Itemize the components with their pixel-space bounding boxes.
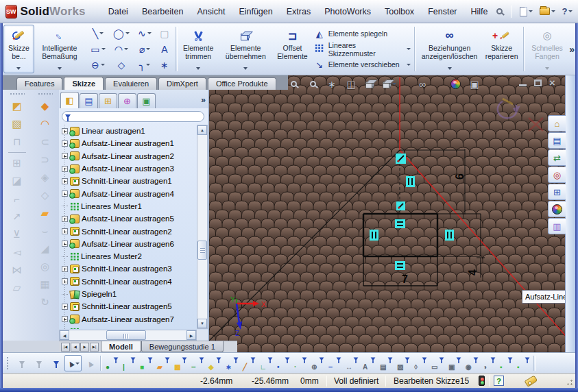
filter-faces[interactable]: ■: [138, 355, 155, 371]
dome-button[interactable]: ⊓: [8, 133, 26, 151]
relation-tag-equal[interactable]: [395, 261, 405, 270]
plane-button[interactable]: ▰: [36, 204, 54, 222]
tree-item-aufsatz-linear-austragen5[interactable]: Aufsatz-Linear austragen5: [60, 212, 196, 225]
fillet-tool[interactable]: ╮: [133, 57, 156, 73]
minimize-button[interactable]: [519, 79, 527, 86]
solidworks-resources-tab[interactable]: ⌂: [548, 115, 566, 132]
tab-bewegungsstudie-1[interactable]: Bewegungsstudie 1: [141, 341, 224, 352]
view-palette-tab[interactable]: ⊞: [548, 184, 566, 200]
circle-tool[interactable]: ◯: [110, 25, 133, 41]
expand-icon[interactable]: [62, 140, 68, 147]
filter-sketch-points[interactable]: •: [275, 355, 292, 371]
menu-fenster[interactable]: Fenster: [422, 5, 463, 19]
expand-icon[interactable]: [62, 166, 68, 172]
new-document-button[interactable]: [518, 5, 535, 18]
help-button[interactable]: ?: [560, 5, 575, 18]
convert-entities-button[interactable]: Elementeübernehmen: [217, 25, 274, 73]
shell-button[interactable]: ◪: [8, 172, 26, 190]
surface-cube-button[interactable]: ▧: [8, 115, 26, 133]
tree-item-spiegeln1[interactable]: Spiegeln1: [60, 288, 196, 300]
hide-show-items-button[interactable]: ∞: [415, 77, 430, 90]
tree-item-aufsatz-linear-austragen2[interactable]: Aufsatz-Linear austragen2: [60, 150, 196, 162]
scroll-right-button[interactable]: ▶: [186, 330, 196, 340]
menu-hilfe[interactable]: Hilfe: [465, 5, 494, 19]
toolbar-grip[interactable]: [38, 93, 53, 95]
filter-edges[interactable]: |: [121, 355, 138, 371]
chevron-down-icon[interactable]: [147, 32, 152, 34]
search-button[interactable]: [494, 7, 505, 16]
relation-tag-vertical[interactable]: [445, 230, 454, 241]
tree-item-aufsatz-linear-austragen7[interactable]: Aufsatz-Linear austragen7: [60, 313, 196, 325]
text-tool[interactable]: A: [156, 41, 173, 57]
tab-features[interactable]: Features: [16, 77, 62, 90]
rectangle-tool[interactable]: ▭: [86, 41, 110, 57]
tab-nav-button[interactable]: ◀: [71, 343, 80, 352]
draft-button[interactable]: ↗: [8, 208, 26, 225]
sketch-flyout-button[interactable]: ◩: [8, 97, 26, 115]
tree-item-aufsatz-linear-austragen4[interactable]: Aufsatz-Linear austragen4: [60, 187, 196, 199]
displaymanager-tab[interactable]: ▣: [137, 93, 156, 108]
custom-properties-tab[interactable]: ▥: [548, 218, 566, 234]
menu-extras[interactable]: Extras: [280, 5, 317, 19]
filter-planes[interactable]: ◆: [206, 355, 224, 371]
expand-icon[interactable]: [62, 191, 68, 197]
display-delete-relations-button[interactable]: ∞ Beziehungenanzeigen/löschen: [418, 25, 482, 73]
tree-item-aufsatz-linear-austragen3[interactable]: Aufsatz-Linear austragen3: [60, 162, 196, 175]
section-view-button[interactable]: ◫: [344, 77, 359, 90]
open-document-button[interactable]: [538, 6, 557, 16]
expand-icon[interactable]: [62, 178, 68, 184]
filter-notes[interactable]: ▤: [378, 355, 395, 371]
split-button[interactable]: ▱: [8, 279, 26, 297]
expand-icon[interactable]: [62, 316, 68, 322]
relation-tag-merge[interactable]: [396, 201, 405, 210]
panel-overflow-button[interactable]: »: [201, 95, 206, 105]
tab-skizze[interactable]: Skizze: [64, 77, 104, 90]
relation-tag-vertical[interactable]: [370, 230, 378, 241]
ellipse-tool[interactable]: ⌀: [133, 41, 156, 57]
dimxpertmanager-tab[interactable]: ⊕: [118, 93, 136, 108]
point-tool[interactable]: ∗: [156, 57, 173, 73]
filter-dowel-symbols[interactable]: ◉: [463, 355, 481, 371]
menu-datei[interactable]: Datei: [102, 5, 134, 19]
tree-item-lineares-muster1[interactable]: Lineares Muster1: [60, 200, 196, 212]
tree-item-lineares-muster3[interactable]: Lineares Muster3: [60, 326, 196, 329]
chevron-down-icon[interactable]: [99, 32, 104, 34]
filter-midpoints[interactable]: ·: [292, 355, 309, 371]
tab-evaluieren[interactable]: Evaluieren: [105, 77, 157, 90]
chevron-down-icon[interactable]: [551, 10, 555, 12]
chevron-down-icon[interactable]: [529, 10, 533, 12]
chevron-down-icon[interactable]: [101, 64, 105, 66]
solidworks-search-tab[interactable]: ◎: [548, 167, 566, 183]
filter-hatches[interactable]: ▨: [395, 355, 412, 371]
tree-item-linear-austragen1[interactable]: Linear austragen1: [60, 125, 196, 137]
apply-scene-button[interactable]: ▣: [467, 77, 482, 90]
scroll-down-button[interactable]: ▼: [197, 319, 207, 328]
tag-icon[interactable]: [525, 375, 538, 387]
pattern-feature-button[interactable]: ▦: [36, 275, 54, 293]
clear-all-filters-button[interactable]: [30, 355, 47, 371]
magnified-selection-button[interactable]: ∗: [324, 77, 339, 90]
appearances-button[interactable]: [448, 77, 463, 90]
linear-sketch-pattern-button[interactable]: Lineares Skizzenmuster: [314, 41, 413, 58]
filter-axes[interactable]: ╌: [189, 355, 206, 371]
toolbar-grip[interactable]: [6, 356, 9, 370]
menu-ansicht[interactable]: Ansicht: [191, 5, 231, 19]
tree-filter-input[interactable]: [62, 111, 204, 122]
appearances-tab[interactable]: [548, 201, 566, 217]
sketch-rectangle-lower[interactable]: [363, 256, 437, 286]
tree-item-schnitt-linear-austragen4[interactable]: Schnitt-Linear austragen4: [60, 275, 196, 288]
dimension-text-height[interactable]: 6: [454, 173, 466, 180]
boundary-boss-button[interactable]: ⊂: [36, 133, 54, 151]
chevron-down-icon[interactable]: [125, 32, 130, 34]
toolbar-grip[interactable]: [10, 93, 25, 95]
expand-icon[interactable]: [62, 241, 68, 247]
trim-entities-button[interactable]: Elementetrimmen: [179, 25, 218, 73]
scroll-up-button[interactable]: ▲: [197, 125, 207, 135]
display-style-button[interactable]: [382, 77, 397, 90]
tree-item-schnitt-linear-austragen1[interactable]: Schnitt-Linear austragen1: [60, 175, 196, 187]
filter-solid-bodies[interactable]: ▩: [172, 355, 189, 371]
expand-icon[interactable]: [62, 304, 68, 310]
swept-cut-button[interactable]: ⊃: [36, 151, 54, 169]
chevron-down-icon[interactable]: [196, 67, 200, 70]
mirror-feature-button[interactable]: ◅: [8, 243, 26, 261]
